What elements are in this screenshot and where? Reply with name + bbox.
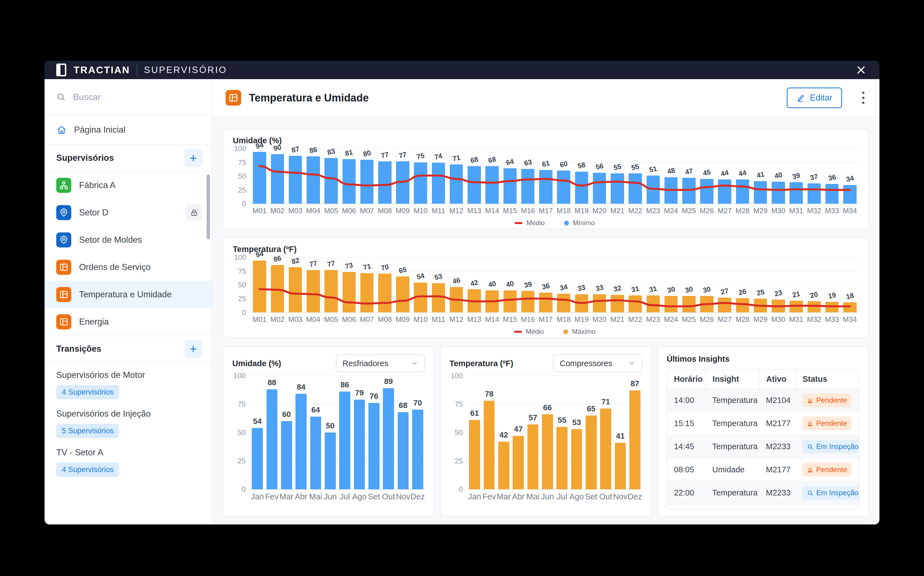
bar-value-label: 55: [630, 162, 640, 172]
sidebar-item-ordens-de-servico[interactable]: Ordens de Serviço: [45, 254, 212, 281]
asset-dropdown-compressores[interactable]: Compressores: [553, 354, 642, 372]
sidebar-item-temperatura-e-umidade[interactable]: Temperatura e Umidade: [45, 281, 212, 308]
x-axis-label: M17: [537, 315, 555, 324]
x-axis-label: M12: [447, 315, 465, 324]
insight-row[interactable]: 22:00TemperaturaM2233Em Inspeção: [667, 481, 859, 504]
bar-slot: 42: [465, 257, 483, 312]
sidebar-item-setor-de-moldes[interactable]: Setor de Moldes: [45, 226, 212, 254]
x-axis-label: Jan: [250, 492, 265, 501]
sidebar-item-home[interactable]: Página Inicial: [45, 115, 212, 145]
x-axis-label: M02: [268, 206, 286, 215]
bar-slot: 61: [467, 376, 482, 490]
insight-row[interactable]: 14:45TemperaturaM2233Em Inspeção: [667, 435, 859, 458]
bar-slot: 33: [590, 257, 608, 312]
add-transicao-button[interactable]: +: [184, 340, 202, 358]
sidebar-item-supervisorios-de-motor[interactable]: Supervisórios de Motor4 Supervisórios: [45, 362, 212, 401]
dropdown-value: Compressores: [560, 359, 612, 368]
insight-asset: M2104: [759, 389, 796, 412]
transition-label: Supervisórios de Motor: [56, 370, 200, 380]
bar-value-label: 36: [827, 173, 836, 182]
bar-slot: 60: [279, 376, 294, 490]
bar: [772, 299, 785, 312]
bar-slot: 42: [496, 376, 511, 490]
x-axis-label: M15: [501, 206, 519, 215]
bar-slot: 79: [352, 376, 367, 490]
bar-slot: 68: [483, 149, 501, 204]
sidebar-item-supervisorios-de-injecao[interactable]: Supervisórios de Injeção5 Supervisórios: [45, 401, 212, 440]
bar-value-label: 75: [416, 151, 425, 161]
insight-time: 22:00: [667, 481, 706, 504]
bar-value-label: 54: [416, 272, 425, 281]
bar: [343, 272, 356, 312]
x-axis-label: M12: [447, 206, 465, 215]
close-icon[interactable]: [854, 63, 868, 77]
x-axis-label: M16: [519, 315, 537, 324]
bar-value-label: 48: [666, 166, 676, 176]
sidebar: Buscar Página Inicial Supervisórios + Fá…: [45, 79, 212, 525]
chart-title: Temperatura (ºF): [450, 359, 513, 368]
bar: [593, 294, 606, 312]
bar-value-label: 44: [720, 168, 729, 178]
x-axis-label: Mai: [525, 492, 540, 501]
y-axis-label: 100: [234, 253, 246, 262]
x-axis-label: M13: [465, 315, 483, 324]
y-axis-label: 25: [238, 294, 246, 303]
edit-button[interactable]: Editar: [787, 88, 842, 108]
bar-value-label: 31: [630, 284, 640, 294]
bar: [611, 173, 624, 204]
bar: [646, 176, 660, 204]
brand-name: TRACTIAN: [73, 64, 130, 75]
x-axis-label: M10: [412, 206, 429, 215]
x-axis-label: M34: [841, 315, 859, 324]
insight-row[interactable]: 15:05UmidadeM2177Checado: [667, 504, 859, 509]
sidebar-item-fabrica-a[interactable]: Fábrica A: [45, 172, 212, 199]
bar: [325, 432, 336, 490]
bar-value-label: 71: [602, 397, 610, 406]
bar: [289, 156, 302, 204]
y-axis-label: 50: [455, 428, 463, 437]
kebab-menu-icon[interactable]: [859, 89, 867, 107]
bar-slot: 75: [412, 149, 429, 204]
legend-marker-dot: [564, 221, 569, 226]
sidebar-item-label: Energia: [79, 317, 109, 327]
bar-slot: 25: [752, 257, 769, 312]
temperature-monthly-chart: 0255075100617842475766555365714187JanFev…: [450, 376, 642, 501]
bar: [593, 173, 606, 204]
section-supervisorios: Supervisórios +: [45, 145, 212, 172]
sidebar-item-setor-d[interactable]: Setor D: [45, 199, 212, 226]
x-axis-label: M34: [841, 206, 859, 215]
sidebar-item-tv-setor-a[interactable]: TV - Setor A4 Supervisórios: [45, 440, 212, 478]
top-navbar: TRACTIAN SUPERVISÓRIO: [45, 61, 879, 79]
siren-icon: [807, 467, 814, 473]
sidebar-scrollbar[interactable]: [207, 174, 210, 239]
bar: [503, 290, 517, 312]
bar: [339, 392, 350, 490]
bar-value-label: 40: [774, 171, 783, 180]
x-axis-label: M18: [555, 315, 573, 324]
bar-value-label: 61: [470, 409, 479, 418]
x-axis-label: M33: [823, 206, 841, 215]
y-axis-label: 0: [242, 200, 246, 208]
legend-label: Médio: [526, 328, 544, 336]
asset-dropdown-resfriadores[interactable]: Resfriadores: [336, 354, 425, 372]
insight-asset: M2177: [759, 458, 796, 481]
x-axis-label: M07: [358, 206, 376, 215]
x-axis-label: M01: [251, 315, 268, 324]
insight-row[interactable]: 08:05UmidadeM2177Pendente: [667, 458, 859, 481]
x-axis-label: M19: [573, 315, 590, 324]
bar-slot: 34: [841, 149, 859, 204]
bar: [521, 169, 535, 204]
bar-value-label: 55: [558, 416, 567, 425]
search-input[interactable]: Buscar: [45, 79, 212, 115]
bar: [432, 283, 445, 312]
insight-row[interactable]: 15:15TemperaturaM2177Pendente: [667, 412, 859, 435]
sidebar-item-energia[interactable]: Energia: [45, 308, 212, 336]
insight-row[interactable]: 14:00TemperaturaM2104Pendente: [667, 389, 859, 412]
add-supervisorio-button[interactable]: +: [184, 149, 202, 167]
bar: [469, 420, 480, 490]
bar: [808, 301, 821, 312]
insight-type: Umidade: [706, 458, 760, 481]
bar: [700, 179, 713, 204]
bar-slot: 60: [555, 149, 573, 204]
bar-value-label: 44: [738, 168, 747, 178]
